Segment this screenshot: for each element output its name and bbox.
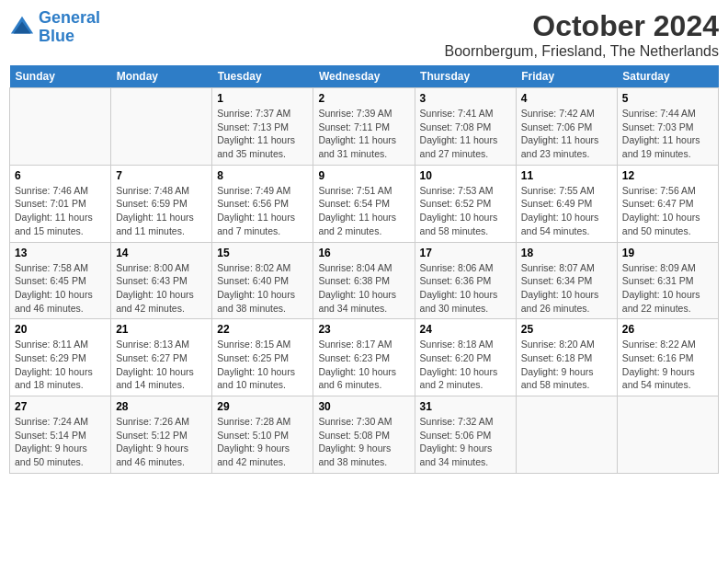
calendar-cell: 11Sunrise: 7:55 AM Sunset: 6:49 PM Dayli… xyxy=(516,165,617,242)
day-number: 13 xyxy=(15,247,106,259)
day-info: Sunrise: 7:58 AM Sunset: 6:45 PM Dayligh… xyxy=(15,261,106,316)
day-number: 17 xyxy=(420,247,511,259)
calendar-header: Sunday Monday Tuesday Wednesday Thursday… xyxy=(10,65,719,88)
calendar-cell: 4Sunrise: 7:42 AM Sunset: 7:06 PM Daylig… xyxy=(516,88,617,166)
day-number: 1 xyxy=(217,92,308,105)
calendar-cell: 13Sunrise: 7:58 AM Sunset: 6:45 PM Dayli… xyxy=(10,242,111,319)
day-number: 19 xyxy=(622,247,713,259)
calendar-cell: 5Sunrise: 7:44 AM Sunset: 7:03 PM Daylig… xyxy=(617,88,718,166)
day-number: 28 xyxy=(116,400,207,413)
day-info: Sunrise: 8:13 AM Sunset: 6:27 PM Dayligh… xyxy=(116,338,207,392)
day-info: Sunrise: 7:24 AM Sunset: 5:14 PM Dayligh… xyxy=(15,415,106,469)
title-block: October 2024 Boornbergum, Friesland, The… xyxy=(444,9,719,60)
day-number: 30 xyxy=(318,400,409,413)
month-title: October 2024 xyxy=(444,9,719,43)
calendar-week-3: 13Sunrise: 7:58 AM Sunset: 6:45 PM Dayli… xyxy=(10,242,719,319)
calendar-cell: 7Sunrise: 7:48 AM Sunset: 6:59 PM Daylig… xyxy=(111,165,212,242)
calendar-cell xyxy=(617,396,718,474)
header-sunday: Sunday xyxy=(10,65,111,88)
header-wednesday: Wednesday xyxy=(313,65,415,88)
day-number: 22 xyxy=(217,323,308,336)
calendar-cell: 30Sunrise: 7:30 AM Sunset: 5:08 PM Dayli… xyxy=(313,396,415,474)
calendar-cell: 15Sunrise: 8:02 AM Sunset: 6:40 PM Dayli… xyxy=(212,242,313,319)
calendar-cell xyxy=(10,88,111,166)
calendar-cell: 27Sunrise: 7:24 AM Sunset: 5:14 PM Dayli… xyxy=(10,396,111,474)
day-number: 31 xyxy=(420,400,511,413)
page-header: General Blue October 2024 Boornbergum, F… xyxy=(9,9,719,60)
day-number: 12 xyxy=(622,169,713,182)
day-info: Sunrise: 7:44 AM Sunset: 7:03 PM Dayligh… xyxy=(622,107,713,161)
header-thursday: Thursday xyxy=(415,65,516,88)
calendar-cell: 17Sunrise: 8:06 AM Sunset: 6:36 PM Dayli… xyxy=(415,242,516,319)
header-row: Sunday Monday Tuesday Wednesday Thursday… xyxy=(10,65,719,88)
day-info: Sunrise: 8:22 AM Sunset: 6:16 PM Dayligh… xyxy=(622,338,713,392)
calendar-week-4: 20Sunrise: 8:11 AM Sunset: 6:29 PM Dayli… xyxy=(10,319,719,396)
header-friday: Friday xyxy=(516,65,617,88)
calendar-week-2: 6Sunrise: 7:46 AM Sunset: 7:01 PM Daylig… xyxy=(10,165,719,242)
calendar-week-1: 1Sunrise: 7:37 AM Sunset: 7:13 PM Daylig… xyxy=(10,88,719,166)
day-info: Sunrise: 8:18 AM Sunset: 6:20 PM Dayligh… xyxy=(420,338,511,392)
day-number: 7 xyxy=(116,169,207,182)
calendar-table: Sunday Monday Tuesday Wednesday Thursday… xyxy=(9,65,719,474)
calendar-week-5: 27Sunrise: 7:24 AM Sunset: 5:14 PM Dayli… xyxy=(10,396,719,474)
day-number: 24 xyxy=(420,323,511,336)
day-number: 11 xyxy=(521,169,612,182)
calendar-cell: 8Sunrise: 7:49 AM Sunset: 6:56 PM Daylig… xyxy=(212,165,313,242)
calendar-cell: 26Sunrise: 8:22 AM Sunset: 6:16 PM Dayli… xyxy=(617,319,718,396)
day-info: Sunrise: 8:06 AM Sunset: 6:36 PM Dayligh… xyxy=(420,261,511,316)
calendar-cell: 19Sunrise: 8:09 AM Sunset: 6:31 PM Dayli… xyxy=(617,242,718,319)
calendar-cell xyxy=(516,396,617,474)
day-info: Sunrise: 8:15 AM Sunset: 6:25 PM Dayligh… xyxy=(217,338,308,392)
day-number: 21 xyxy=(116,323,207,336)
logo-text: General Blue xyxy=(39,9,100,46)
day-number: 26 xyxy=(622,323,713,336)
logo-line1: General xyxy=(39,8,100,27)
calendar-cell: 1Sunrise: 7:37 AM Sunset: 7:13 PM Daylig… xyxy=(212,88,313,166)
day-info: Sunrise: 7:37 AM Sunset: 7:13 PM Dayligh… xyxy=(217,107,308,161)
calendar-body: 1Sunrise: 7:37 AM Sunset: 7:13 PM Daylig… xyxy=(10,88,719,474)
calendar-cell: 12Sunrise: 7:56 AM Sunset: 6:47 PM Dayli… xyxy=(617,165,718,242)
day-info: Sunrise: 8:20 AM Sunset: 6:18 PM Dayligh… xyxy=(521,338,612,392)
day-info: Sunrise: 7:39 AM Sunset: 7:11 PM Dayligh… xyxy=(318,107,409,161)
day-info: Sunrise: 8:02 AM Sunset: 6:40 PM Dayligh… xyxy=(217,261,308,316)
day-info: Sunrise: 7:46 AM Sunset: 7:01 PM Dayligh… xyxy=(15,184,106,238)
day-number: 18 xyxy=(521,247,612,259)
logo: General Blue xyxy=(9,9,100,46)
header-tuesday: Tuesday xyxy=(212,65,313,88)
day-number: 15 xyxy=(217,247,308,259)
day-number: 8 xyxy=(217,169,308,182)
day-info: Sunrise: 8:17 AM Sunset: 6:23 PM Dayligh… xyxy=(318,338,409,392)
day-info: Sunrise: 8:00 AM Sunset: 6:43 PM Dayligh… xyxy=(116,261,207,316)
calendar-cell: 25Sunrise: 8:20 AM Sunset: 6:18 PM Dayli… xyxy=(516,319,617,396)
calendar-cell: 9Sunrise: 7:51 AM Sunset: 6:54 PM Daylig… xyxy=(313,165,415,242)
calendar-cell: 22Sunrise: 8:15 AM Sunset: 6:25 PM Dayli… xyxy=(212,319,313,396)
day-number: 6 xyxy=(15,169,106,182)
calendar-cell: 2Sunrise: 7:39 AM Sunset: 7:11 PM Daylig… xyxy=(313,88,415,166)
day-info: Sunrise: 8:09 AM Sunset: 6:31 PM Dayligh… xyxy=(622,261,713,316)
header-monday: Monday xyxy=(111,65,212,88)
day-info: Sunrise: 7:53 AM Sunset: 6:52 PM Dayligh… xyxy=(420,184,511,238)
day-info: Sunrise: 7:30 AM Sunset: 5:08 PM Dayligh… xyxy=(318,415,409,469)
day-number: 16 xyxy=(318,247,409,259)
location-title: Boornbergum, Friesland, The Netherlands xyxy=(444,43,719,60)
calendar-cell: 29Sunrise: 7:28 AM Sunset: 5:10 PM Dayli… xyxy=(212,396,313,474)
day-info: Sunrise: 7:49 AM Sunset: 6:56 PM Dayligh… xyxy=(217,184,308,238)
day-info: Sunrise: 8:07 AM Sunset: 6:34 PM Dayligh… xyxy=(521,261,612,316)
day-info: Sunrise: 7:55 AM Sunset: 6:49 PM Dayligh… xyxy=(521,184,612,238)
day-number: 9 xyxy=(318,169,409,182)
day-info: Sunrise: 7:51 AM Sunset: 6:54 PM Dayligh… xyxy=(318,184,409,238)
calendar-cell: 24Sunrise: 8:18 AM Sunset: 6:20 PM Dayli… xyxy=(415,319,516,396)
day-info: Sunrise: 7:42 AM Sunset: 7:06 PM Dayligh… xyxy=(521,107,612,161)
calendar-cell: 28Sunrise: 7:26 AM Sunset: 5:12 PM Dayli… xyxy=(111,396,212,474)
calendar-cell: 14Sunrise: 8:00 AM Sunset: 6:43 PM Dayli… xyxy=(111,242,212,319)
day-info: Sunrise: 7:56 AM Sunset: 6:47 PM Dayligh… xyxy=(622,184,713,238)
day-info: Sunrise: 7:48 AM Sunset: 6:59 PM Dayligh… xyxy=(116,184,207,238)
calendar-cell: 23Sunrise: 8:17 AM Sunset: 6:23 PM Dayli… xyxy=(313,319,415,396)
day-number: 27 xyxy=(15,400,106,413)
calendar-cell: 20Sunrise: 8:11 AM Sunset: 6:29 PM Dayli… xyxy=(10,319,111,396)
day-info: Sunrise: 7:28 AM Sunset: 5:10 PM Dayligh… xyxy=(217,415,308,469)
day-info: Sunrise: 7:41 AM Sunset: 7:08 PM Dayligh… xyxy=(420,107,511,161)
day-number: 10 xyxy=(420,169,511,182)
day-number: 14 xyxy=(116,247,207,259)
day-number: 25 xyxy=(521,323,612,336)
